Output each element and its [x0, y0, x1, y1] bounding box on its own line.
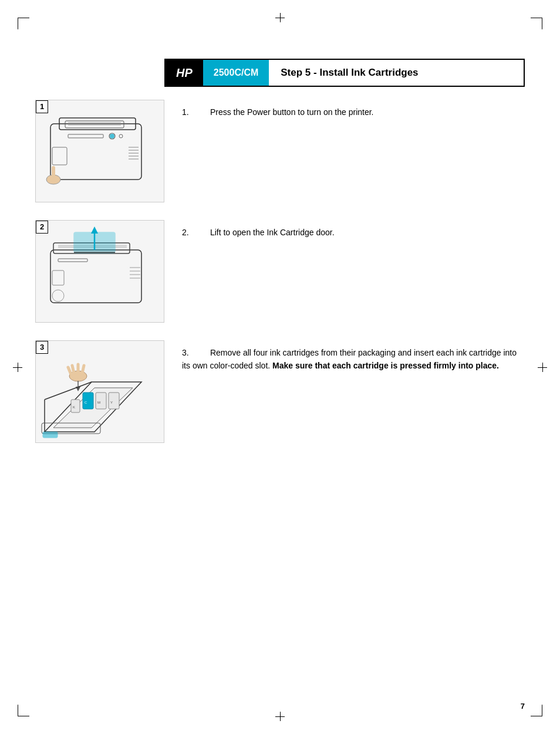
- corner-mark-bottom-right: [531, 705, 542, 716]
- svg-rect-32: [52, 270, 64, 285]
- svg-line-46: [72, 366, 74, 373]
- svg-text:Y: Y: [110, 401, 113, 404]
- header-bar: HP 2500C/CM Step 5 - Install Ink Cartrid…: [164, 59, 525, 87]
- step-image-2: 2: [35, 220, 164, 323]
- crosshair-bottom: [275, 712, 285, 721]
- svg-rect-27: [58, 259, 87, 262]
- step-text-1: 1. Press the Power button to turn on the…: [182, 100, 525, 119]
- svg-marker-26: [91, 226, 98, 234]
- step-description-1: Press the Power button to turn on the pr…: [210, 107, 374, 117]
- brand-logo: HP: [166, 60, 203, 86]
- svg-point-17: [110, 134, 114, 138]
- step-text-2: 2. Lift to open the Ink Cartridge door.: [182, 220, 525, 239]
- corner-mark-bottom-left: [18, 705, 29, 716]
- svg-text:M: M: [97, 401, 100, 404]
- svg-rect-0: [50, 124, 141, 180]
- svg-rect-2: [65, 121, 124, 128]
- corner-mark-top-left: [18, 18, 29, 29]
- step-badge-2: 2: [36, 221, 48, 234]
- step-badge-1: 1: [36, 100, 48, 113]
- step-number-label-2: 2.: [182, 226, 194, 239]
- crosshair-top: [275, 13, 285, 22]
- step-row-2: 2: [35, 220, 525, 323]
- step-description-2: Lift to open the Ink Cartridge door.: [210, 228, 335, 237]
- model-label: 2500C/CM: [203, 60, 269, 86]
- step-image-3: 3 C M Y K: [35, 340, 164, 443]
- svg-rect-54: [43, 432, 58, 438]
- step-number-label-1: 1.: [182, 106, 194, 119]
- svg-line-48: [82, 366, 84, 373]
- page-title: Step 5 - Install Ink Cartridges: [269, 60, 524, 86]
- step-image-1: 1: [35, 100, 164, 202]
- svg-line-45: [68, 367, 71, 374]
- svg-point-8: [119, 134, 123, 138]
- page-number: 7: [521, 702, 525, 711]
- corner-mark-top-right: [531, 18, 542, 29]
- svg-rect-6: [68, 134, 103, 138]
- crosshair-right: [538, 363, 547, 372]
- svg-text:K: K: [73, 405, 75, 409]
- step-badge-3: 3: [36, 341, 48, 354]
- svg-text:C: C: [85, 401, 87, 404]
- step-text-3: 3. Remove all four ink cartridges from t…: [182, 340, 525, 373]
- svg-rect-14: [52, 147, 67, 165]
- step-row-1: 1: [35, 100, 525, 202]
- step-row-3: 3 C M Y K: [35, 340, 525, 443]
- svg-point-33: [52, 290, 64, 302]
- step-number-label-3: 3.: [182, 346, 194, 359]
- step-description-3-bold: Make sure that each cartridge is pressed…: [272, 361, 499, 370]
- crosshair-left: [13, 363, 22, 372]
- main-content: 1: [35, 100, 525, 461]
